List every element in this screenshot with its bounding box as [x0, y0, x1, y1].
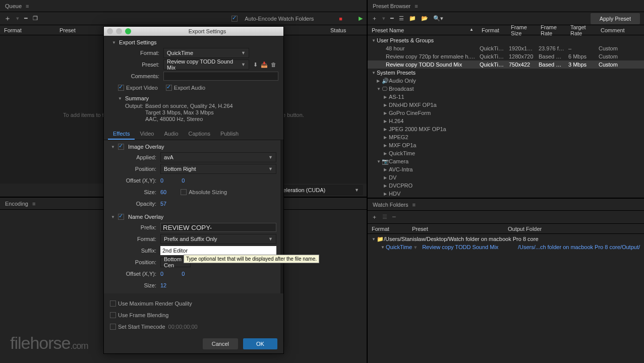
export-settings-section[interactable]: ▼Export Settings [109, 38, 278, 47]
col-frame-size[interactable]: Frame Size [507, 24, 537, 36]
import-preset-button[interactable]: 📁 [409, 15, 416, 22]
wf-output[interactable]: /Users/...ch folder on macbook Pro 8 cor… [518, 244, 640, 250]
summary-section[interactable]: ▼Summary [115, 94, 278, 103]
watch-folders-menu-icon[interactable]: ≡ [413, 202, 416, 208]
preset-row[interactable]: ▶DV [368, 173, 644, 182]
comments-input[interactable] [163, 72, 278, 81]
renderer-dropdown[interactable]: celeration (CUDA)▼ [277, 185, 363, 195]
preset-row[interactable]: Review copy TODD Sound MixQuickTime750x4… [368, 60, 644, 69]
tab-captions[interactable]: Captions [184, 129, 215, 140]
applied-dropdown[interactable]: avA▼ [160, 152, 276, 162]
io-offset-x[interactable]: 0 [160, 177, 163, 184]
name-overlay-check[interactable] [118, 214, 124, 220]
import-preset-icon[interactable]: 📥 [261, 62, 268, 68]
no-offset-y[interactable]: 0 [182, 271, 185, 277]
wf-col-preset[interactable]: Preset [408, 226, 504, 232]
wf-format[interactable]: QuickTime [386, 244, 412, 250]
preset-dropdown[interactable]: Review copy TODD Sound Mix▼ [163, 59, 249, 70]
no-offset-x[interactable]: 0 [160, 271, 163, 277]
caret-icon[interactable]: ▼ [372, 237, 377, 241]
image-overlay-section[interactable]: ▼Image Overlay [108, 142, 276, 151]
apply-preset-button[interactable]: Apply Preset [591, 13, 640, 24]
preset-row[interactable]: ▶AVC-Intra [368, 165, 644, 173]
start-timecode-check[interactable] [110, 324, 116, 330]
no-format-dropdown[interactable]: Prefix and Suffix Only▼ [160, 234, 276, 244]
preset-browser-menu-icon[interactable]: ≡ [415, 3, 418, 9]
export-video-check[interactable] [118, 85, 124, 91]
remove-watch-folder-button[interactable]: ━ [392, 214, 396, 220]
add-watch-folder-button[interactable]: ＋ [372, 213, 377, 221]
col-format[interactable]: Format [0, 27, 55, 33]
tab-audio[interactable]: Audio [159, 129, 183, 140]
preset-row[interactable]: ▶JPEG 2000 MXF OP1a [368, 125, 644, 133]
add-source-button[interactable]: ＋ [4, 14, 11, 23]
io-position-dropdown[interactable]: Bottom Right▼ [160, 164, 276, 174]
io-offset-y[interactable]: 0 [182, 177, 185, 184]
wf-preset[interactable]: Review copy TODD Sound Mix [422, 244, 498, 250]
preset-row[interactable]: 48 hourQuickTime1920x108023.976 fps–Cust… [368, 44, 644, 52]
delete-preset-icon[interactable]: 🗑 [271, 62, 276, 68]
preset-row[interactable]: ▶DNxHD MXF OP1a [368, 101, 644, 109]
stop-queue-button[interactable]: ■ [339, 16, 342, 22]
preset-row[interactable]: ▼🖵Broadcast [368, 85, 644, 93]
watch-folder-preset-row[interactable]: ▼ QuickTime ▾ Review copy TODD Sound Mix… [368, 243, 644, 251]
cancel-button[interactable]: Cancel [203, 338, 238, 349]
preset-row[interactable]: ▼System Presets [368, 69, 644, 77]
search-preset-button[interactable]: 🔍▾ [433, 15, 443, 22]
col-frame-rate[interactable]: Frame Rate [537, 24, 566, 36]
modal-titlebar[interactable]: Export Settings [104, 27, 283, 36]
maximize-window-icon[interactable] [125, 28, 131, 34]
delete-preset-button[interactable]: ━ [390, 15, 394, 22]
preset-row[interactable]: ▶GoPro CineForm [368, 109, 644, 117]
preset-row[interactable]: ▶AS-11 [368, 93, 644, 101]
watch-folders-tree[interactable]: ▼ 📁 /Users/Stanislaw/Desktop/Watch folde… [368, 234, 644, 252]
edit-watch-folder-button[interactable]: ☰ [382, 214, 387, 220]
new-preset-button[interactable]: ＋ [372, 15, 377, 22]
auto-encode-check[interactable] [231, 16, 238, 22]
format-dropdown[interactable]: QuickTime▼ [163, 48, 249, 58]
name-overlay-section[interactable]: ▼Name Overlay [108, 212, 276, 221]
col-preset-name[interactable]: Preset Name▲ [368, 27, 478, 33]
caret-icon[interactable]: ▼ [381, 245, 386, 250]
duplicate-button[interactable]: ❐ [33, 15, 38, 22]
preset-row[interactable]: ▶🔊Audio Only [368, 77, 644, 85]
prefix-input[interactable] [160, 223, 276, 232]
col-comment[interactable]: Comment [597, 27, 644, 33]
preset-row[interactable]: ▶QuickTime [368, 149, 644, 157]
queue-menu-icon[interactable]: ≡ [26, 3, 29, 9]
watch-folder-root[interactable]: ▼ 📁 /Users/Stanislaw/Desktop/Watch folde… [368, 235, 644, 243]
timecode-value[interactable]: 00;00;00;00 [168, 324, 198, 330]
preset-row[interactable]: ▶MPEG2 [368, 133, 644, 141]
encoding-menu-icon[interactable]: ≡ [32, 201, 35, 207]
remove-source-button[interactable]: ━ [24, 15, 28, 22]
preset-row[interactable]: ▼📷Camera [368, 157, 644, 165]
suffix-input[interactable] [160, 246, 276, 255]
minimize-window-icon[interactable] [116, 28, 122, 34]
image-overlay-check[interactable] [118, 144, 124, 150]
tab-effects[interactable]: Effects [108, 129, 135, 140]
preset-row[interactable]: ▶MXF OP1a [368, 141, 644, 149]
export-preset-button[interactable]: 📂 [421, 15, 428, 22]
preset-row[interactable]: ▶H.264 [368, 117, 644, 125]
io-size[interactable]: 60 [160, 189, 166, 195]
frame-blending-check[interactable] [110, 312, 116, 318]
wf-col-format[interactable]: Format [368, 226, 408, 232]
preset-tree[interactable]: ▼User Presets & Groups48 hourQuickTime19… [368, 35, 644, 198]
preset-row[interactable]: ▼User Presets & Groups [368, 36, 644, 44]
start-queue-button[interactable]: ▶ [359, 15, 363, 22]
tab-publish[interactable]: Publish [215, 129, 244, 140]
close-window-icon[interactable] [107, 28, 113, 34]
preset-settings-button[interactable]: ☰ [399, 15, 404, 22]
preset-row[interactable]: ▶DVCPRO [368, 182, 644, 190]
save-preset-icon[interactable]: ⬇ [253, 62, 258, 68]
preset-row[interactable]: Review copy 720p for emmalee h.264QuickT… [368, 52, 644, 60]
col-format2[interactable]: Format [478, 27, 507, 33]
io-opacity[interactable]: 57 [160, 201, 166, 207]
no-size[interactable]: 12 [160, 282, 166, 288]
max-render-check[interactable] [110, 300, 116, 307]
ok-button[interactable]: OK [243, 338, 277, 349]
export-audio-check[interactable] [166, 85, 172, 91]
tab-video[interactable]: Video [135, 129, 159, 140]
col-status[interactable]: Status [326, 27, 367, 33]
wf-col-output[interactable]: Output Folder [504, 226, 644, 232]
